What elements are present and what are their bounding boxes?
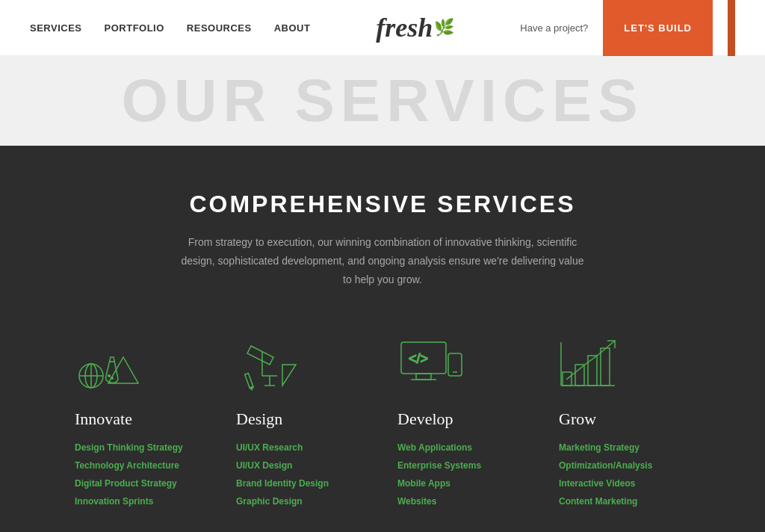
list-item[interactable]: Design Thinking Strategy <box>75 442 206 453</box>
cta-button[interactable]: LET'S BUILD <box>603 0 713 56</box>
list-item[interactable]: UI/UX Design <box>236 460 368 471</box>
svg-rect-24 <box>588 356 597 386</box>
design-icon <box>236 327 368 395</box>
list-item[interactable]: Websites <box>397 496 529 507</box>
nav-services[interactable]: SERVICES <box>30 22 82 34</box>
svg-text:</>: </> <box>409 351 428 366</box>
list-item[interactable]: UI/UX Research <box>236 442 368 453</box>
design-title: Design <box>236 409 368 429</box>
nav-portfolio[interactable]: PORTFOLIO <box>105 22 164 34</box>
cta-accent <box>728 0 735 56</box>
have-project-label: Have a project? <box>520 22 588 34</box>
develop-list: Web Applications Enterprise Systems Mobi… <box>397 442 529 507</box>
services-header: COMPREHENSIVE SERVICES From strategy to … <box>60 191 705 290</box>
grow-list: Marketing Strategy Optimization/Analysis… <box>559 442 690 507</box>
logo-leaf-icon: 🌿 <box>434 18 454 37</box>
service-col-innovate: Innovate Design Thinking Strategy Techno… <box>60 327 221 514</box>
grow-icon <box>559 327 690 395</box>
list-item[interactable]: Optimization/Analysis <box>559 460 690 471</box>
list-item[interactable]: Brand Identity Design <box>236 478 368 489</box>
services-section: COMPREHENSIVE SERVICES From strategy to … <box>0 146 765 532</box>
service-col-grow: Grow Marketing Strategy Optimization/Ana… <box>544 327 705 514</box>
list-item[interactable]: Graphic Design <box>236 496 368 507</box>
list-item[interactable]: Interactive Videos <box>559 478 690 489</box>
grow-title: Grow <box>559 409 690 429</box>
svg-point-6 <box>108 374 111 377</box>
hero-title: OUR SERVICES <box>121 66 643 135</box>
services-description: From strategy to execution, our winning … <box>181 233 584 290</box>
nav-about[interactable]: ABOUT <box>274 22 311 34</box>
list-item[interactable]: Digital Product Strategy <box>75 478 206 489</box>
innovate-icon <box>75 327 206 395</box>
service-col-design: Design UI/UX Research UI/UX Design Brand… <box>221 327 382 514</box>
nav-resources[interactable]: RESOURCES <box>187 22 252 34</box>
logo: fresh🌿 <box>376 12 454 43</box>
list-item[interactable]: Web Applications <box>397 442 529 453</box>
service-col-develop: </> Develop Web Applications Enterprise … <box>382 327 544 514</box>
svg-rect-23 <box>575 365 584 386</box>
svg-rect-17 <box>416 374 431 380</box>
services-heading: COMPREHENSIVE SERVICES <box>60 191 705 218</box>
svg-marker-8 <box>247 346 273 365</box>
develop-icon: </> <box>397 327 529 395</box>
svg-rect-25 <box>601 348 610 386</box>
hero-banner: OUR SERVICES <box>0 56 765 146</box>
innovate-list: Design Thinking Strategy Technology Arch… <box>75 442 206 507</box>
svg-marker-13 <box>282 365 296 386</box>
list-item[interactable]: Innovation Sprints <box>75 496 206 507</box>
list-item[interactable]: Mobile Apps <box>397 478 529 489</box>
innovate-title: Innovate <box>75 409 206 429</box>
list-item[interactable]: Content Marketing <box>559 496 690 507</box>
develop-title: Develop <box>397 409 529 429</box>
list-item[interactable]: Marketing Strategy <box>559 442 690 453</box>
navbar: SERVICES PORTFOLIO RESOURCES ABOUT fresh… <box>0 0 765 56</box>
logo-text: fresh <box>376 12 433 43</box>
design-list: UI/UX Research UI/UX Design Brand Identi… <box>236 442 368 507</box>
nav-links: SERVICES PORTFOLIO RESOURCES ABOUT <box>30 22 310 34</box>
list-item[interactable]: Enterprise Systems <box>397 460 529 471</box>
list-item[interactable]: Technology Architecture <box>75 460 206 471</box>
services-grid: Innovate Design Thinking Strategy Techno… <box>60 327 705 514</box>
nav-right: Have a project? LET'S BUILD <box>520 0 735 56</box>
svg-point-7 <box>111 377 114 380</box>
